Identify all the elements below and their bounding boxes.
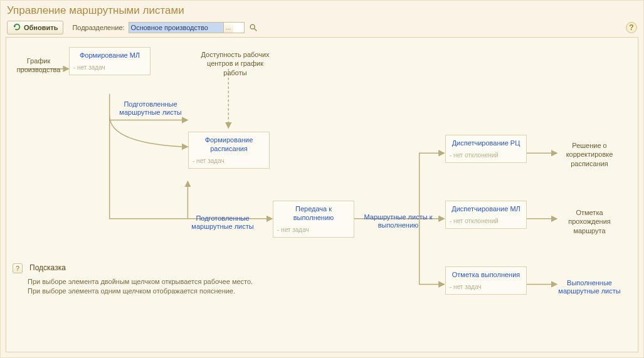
refresh-label: Обновить xyxy=(24,24,58,31)
node-mark-done-title: Отметка выполнения xyxy=(450,271,522,280)
hint-icon[interactable]: ? xyxy=(13,263,23,273)
node-form-sched-title: Формирование расписания xyxy=(193,136,265,154)
node-mark-done[interactable]: Отметка выполнения - нет задач xyxy=(445,266,527,295)
label-input-graph: График производства xyxy=(9,56,68,75)
node-form-ml-title: Формирование МЛ xyxy=(73,51,146,60)
node-disp-rc[interactable]: Диспетчирование РЦ - нет отклонений xyxy=(445,135,527,163)
refresh-icon xyxy=(13,23,21,33)
node-form-sched-sub: - нет задач xyxy=(193,157,265,164)
subdivision-ellipsis-button[interactable]: … xyxy=(223,23,233,33)
node-disp-rc-title: Диспетчирование РЦ xyxy=(450,139,522,148)
search-icon[interactable] xyxy=(248,23,258,33)
svg-point-0 xyxy=(250,24,255,29)
edge-prepared-2: Подготовленные маршрутные листы xyxy=(185,214,260,231)
node-form-ml-sub: - нет задач xyxy=(73,64,146,71)
node-disp-ml-sub: - нет отклонений xyxy=(450,218,522,224)
hint-box: ? Подсказка При выборе элемента двойным … xyxy=(13,263,276,296)
label-availability: Доступность рабочих центров и график раб… xyxy=(194,50,276,77)
hint-title: Подсказка xyxy=(29,263,66,272)
toolbar: Обновить Подразделение: … xyxy=(1,19,643,38)
node-mark-done-sub: - нет задач xyxy=(450,283,522,290)
svg-line-1 xyxy=(254,29,256,31)
node-disp-rc-sub: - нет отклонений xyxy=(450,152,522,159)
subdivision-filter: Подразделение: … xyxy=(72,22,258,33)
node-transfer[interactable]: Передача к выполнению - нет задач xyxy=(273,201,354,238)
label-completed: Выполненные маршрутные листы xyxy=(555,279,624,295)
refresh-button[interactable]: Обновить xyxy=(7,21,63,34)
label-decision: Решение о корректировке расписания xyxy=(555,141,624,168)
node-disp-ml-title: Диспетчирование МЛ xyxy=(450,205,522,214)
edge-to-exec: Маршрутные листы к выполнению xyxy=(361,213,436,229)
page-title: Управление маршрутными листами xyxy=(1,1,643,19)
node-form-ml[interactable]: Формирование МЛ - нет задач xyxy=(69,47,150,75)
hint-line-2: При выборе элемента одним щелчком отобра… xyxy=(28,287,276,296)
help-icon[interactable]: ? xyxy=(626,22,637,33)
hint-text: При выборе элемента двойным щелчком откр… xyxy=(28,277,276,296)
hint-line-1: При выборе элемента двойным щелчком откр… xyxy=(28,277,276,287)
subdivision-input-wrap: … xyxy=(129,22,245,33)
node-transfer-title: Передача к выполнению xyxy=(277,205,350,223)
flow-canvas: График производства Формирование МЛ - не… xyxy=(6,37,638,352)
node-disp-ml[interactable]: Диспетчирование МЛ - нет отклонений xyxy=(445,201,527,229)
node-transfer-sub: - нет задач xyxy=(277,226,350,233)
edge-prepared-1: Подготовленные маршрутные листы xyxy=(113,100,188,117)
subdivision-input[interactable] xyxy=(129,23,223,33)
label-route-mark: Отметка прохождения маршрута xyxy=(555,208,624,235)
node-form-sched[interactable]: Формирование расписания - нет задач xyxy=(188,132,270,169)
subdivision-label: Подразделение: xyxy=(72,24,124,31)
